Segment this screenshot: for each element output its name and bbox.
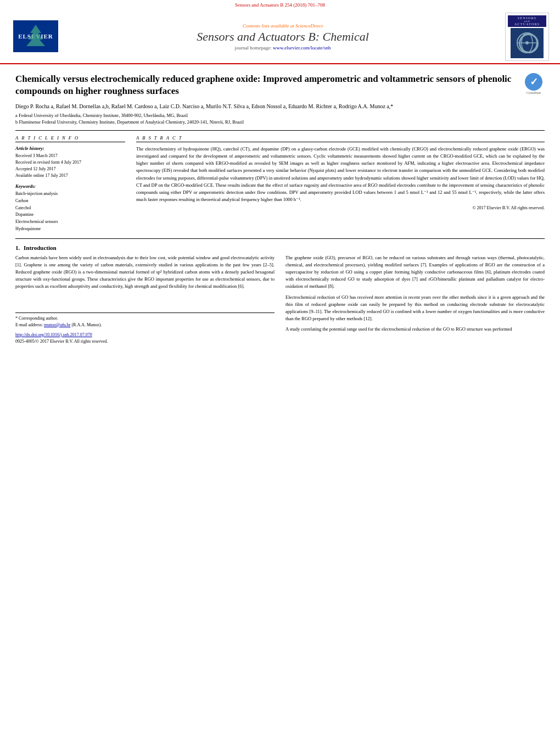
keyword-catechol: Catechol [15,205,125,212]
keyword-batch: Batch-injection analysis [15,191,125,198]
elsevier-logo-box: ELSEVIER [13,20,58,52]
homepage-url[interactable]: www.elsevier.com/locate/snb [273,45,331,51]
received-revised-date: Received in revised form 4 July 2017 [15,159,125,166]
abstract-label: A B S T R A C T [136,135,545,142]
email-person: (R.A.A. Munoz). [71,322,102,327]
keyword-hydroquinone: Hydroquinone [15,226,125,233]
article-info-abstract: A R T I C L E I N F O Article history: R… [15,135,545,233]
journal-name: Sensors and Actuators B: Chemical [60,30,505,44]
intro-body: Carbon materials have been widely used i… [15,254,545,345]
crossmark-icon: ✓ [525,73,542,91]
email-link[interactable]: munoz@ufu.br [44,322,70,327]
abstract-text: The electrochemistry of hydroquinone (HQ… [136,146,545,203]
header-divider [15,130,545,131]
authors: Diego P. Rocha a, Rafael M. Dornellas a,… [15,103,545,110]
sciencedirect-link: Contents lists available at ScienceDirec… [60,23,505,29]
accepted-date: Accepted 12 July 2017 [15,166,125,172]
homepage-text: journal homepage: [235,45,272,51]
sciencedirect-name: ScienceDirect [295,23,323,29]
author-list: Diego P. Rocha a, Rafael M. Dornellas a,… [15,103,393,109]
article-info-label: A R T I C L E I N F O [15,135,125,142]
sensors-logo-text: SENSORS and ACTUATORS [508,15,546,27]
intro-right-text-2: Electrochemical reduction of GO has rece… [285,294,545,323]
article-info-column: A R T I C L E I N F O Article history: R… [15,135,125,233]
sensors-line3: ACTUATORS [510,23,544,26]
received-date: Received 3 March 2017 [15,153,125,159]
sensors-logo-image [511,28,544,58]
abstract-column: A B S T R A C T The electrochemistry of … [136,135,545,233]
intro-left-col: Carbon materials have been widely used i… [15,254,275,345]
footnote-area: * Corresponding author. E-mail address: … [15,313,275,345]
paper-title: Chemically versus electrochemically redu… [15,73,517,97]
corresponding-author: * Corresponding author. [15,315,275,322]
affiliation-a: a Federal University of Uberlândia, Chem… [15,113,545,119]
sensors-actuators-logo: SENSORS and ACTUATORS [505,13,549,61]
intro-right-text: The graphene oxide (GO), precursor of RG… [285,254,545,291]
intro-title: 1. Introduction [15,244,545,251]
paper-header: Chemically versus electrochemically redu… [15,73,545,97]
keywords-label: Keywords: [15,183,125,189]
journal-homepage: journal homepage: www.elsevier.com/locat… [60,45,505,51]
crossmark-logo: ✓ CrossMark [523,73,545,94]
email-label: E-mail address: [15,322,43,327]
affiliation-b: b Fluminense Federal University, Chemist… [15,119,545,126]
intro-title-text: Introduction [24,244,57,251]
abstract-divider [15,238,545,239]
keyword-electrochemical: Electrochemical sensors [15,219,125,226]
crossmark-text: CrossMark [527,91,541,94]
email-line: E-mail address: munoz@ufu.br (R.A.A. Mun… [15,322,275,328]
doi-link[interactable]: http://dx.doi.org/10.1016/j.snb.2017.07.… [15,332,92,337]
available-date: Available online 17 July 2017 [15,172,125,179]
contents-text: Contents lists available at [243,23,294,29]
elsevier-logo: ELSEVIER [11,20,60,53]
svg-point-4 [517,33,537,53]
affiliations: a Federal University of Uberlândia, Chem… [15,113,545,126]
keyword-carbon: Carbon [15,198,125,205]
keyword-dopamine: Dopamine [15,211,125,219]
journal-citation: Sensors and Actuators B 254 (2018) 701–7… [235,2,325,8]
history-label: Article history: [15,146,125,151]
intro-right-col: The graphene oxide (GO), precursor of RG… [285,254,545,345]
copyright-line: © 2017 Elsevier B.V. All rights reserved… [136,205,545,210]
issn-line: 0925-4005/© 2017 Elsevier B.V. All right… [15,338,275,345]
journal-title-center: Contents lists available at ScienceDirec… [60,23,505,51]
intro-left-text: Carbon materials have been widely used i… [15,254,275,291]
svg-point-7 [525,41,529,44]
svg-point-5 [522,33,533,53]
intro-number: 1. [15,244,20,251]
intro-right-text-3: A study correlating the potential range … [285,326,545,333]
